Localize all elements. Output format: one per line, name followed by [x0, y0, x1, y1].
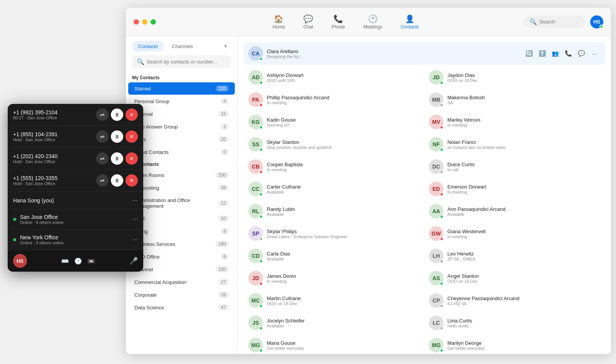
history-icon[interactable]: 🕐: [74, 257, 82, 265]
tab-phone[interactable]: 📞 Phone: [324, 12, 353, 32]
list-item[interactable]: MG Maria Gouse Get better everyday: [244, 334, 424, 354]
contact-avatar: AS: [429, 271, 444, 286]
end-btn-3[interactable]: ✕: [126, 152, 138, 165]
list-item[interactable]: AA Ann Passaquindici Arcand Available: [424, 200, 605, 222]
list-item[interactable]: KG Kadin Gouse zooming in!!: [244, 111, 424, 133]
contacts-icon: 👤: [405, 14, 415, 23]
action-transfer[interactable]: ⬆️: [536, 48, 548, 59]
user-avatar[interactable]: HS: [590, 15, 603, 28]
contact-info: Dulce Curtis In call: [447, 162, 600, 172]
list-item[interactable]: DC Dulce Curtis In call: [424, 155, 605, 178]
end-btn-1[interactable]: ✕: [126, 109, 138, 121]
contact-avatar: CP: [429, 293, 444, 308]
list-item[interactable]: PA Phillip Passaquindici Arcand In meeti…: [244, 88, 424, 111]
list-item[interactable]: GW Giana Westervelt In meeting: [424, 222, 605, 245]
list-item[interactable]: ED Emerson Dorwart In meeting: [424, 178, 605, 200]
dialpad-icon[interactable]: ⌨️: [61, 257, 69, 265]
tab-chat[interactable]: 💬 Chat: [296, 12, 321, 32]
sidebar-item-billing[interactable]: Billing 8: [128, 225, 235, 237]
pause-btn-3[interactable]: ⏸: [111, 152, 123, 165]
sidebar-item-bdr[interactable]: BDR 10: [128, 212, 235, 225]
you-name: Hana Song (you): [13, 197, 129, 204]
channel-name-ny: New York Office: [20, 234, 64, 240]
status-dot: [259, 170, 263, 174]
sidebar-item-starred[interactable]: Starred 220: [128, 82, 235, 95]
pause-btn-2[interactable]: ⏸: [111, 130, 123, 143]
tab-contacts-sidebar[interactable]: Contacts: [132, 41, 164, 52]
action-chat[interactable]: 💬: [576, 48, 587, 59]
list-item[interactable]: JD Jaydon Dias OOO on 18 Dec: [424, 66, 605, 88]
new-york-channel[interactable]: New York Office Online · 4 others online…: [8, 230, 143, 250]
list-item[interactable]: RL Randy Lubin Available: [244, 200, 424, 222]
transfer-btn-2[interactable]: ⇌: [96, 130, 109, 143]
list-item[interactable]: LH Leo Herwitz ZP SE - EMEA: [424, 245, 605, 267]
list-item[interactable]: MC Martin Culhane OOO on 18 Dec: [244, 289, 424, 312]
transfer-btn-3[interactable]: ⇌: [96, 152, 109, 165]
sidebar-item-admin[interactable]: Administration and Office Management 12: [128, 194, 235, 212]
bottom-icons: ⌨️ 🕐 📼: [32, 257, 125, 265]
channel-more-ny[interactable]: ···: [133, 236, 138, 243]
sidebar-item-external[interactable]: External 15: [128, 108, 235, 120]
list-item[interactable]: MG Marilyn George Get better everyday: [424, 334, 605, 354]
pause-btn-1[interactable]: ⏸: [111, 109, 123, 121]
call-number-4: +1 (555) 120-3355: [13, 175, 93, 181]
channel-more-sj[interactable]: ···: [133, 216, 138, 223]
sidebar-item-cloud[interactable]: Cloud Contacts 0: [128, 146, 235, 158]
list-item[interactable]: MB Makenna Botosh SA: [424, 88, 605, 111]
list-item[interactable]: JD James Donin In meeting: [244, 267, 424, 289]
action-refresh[interactable]: 🔄: [523, 48, 535, 59]
tab-channels-sidebar[interactable]: Channels: [166, 41, 199, 52]
sidebar-item-personal[interactable]: Personal Group 4: [128, 95, 235, 107]
list-item[interactable]: AD Ashlynn Dorwart OOO until 10/5: [244, 66, 424, 88]
tab-home[interactable]: 🏠 Home: [265, 12, 293, 32]
sidebar-item-commercial[interactable]: Commercial Acquisition 27: [128, 276, 235, 288]
highlighted-contact[interactable]: CA Clara Arellano Designing the fut... 🔄…: [244, 42, 605, 65]
voicemail-icon[interactable]: 📼: [87, 257, 95, 265]
list-item[interactable]: JS Jocelyn Schleifer Available: [244, 312, 424, 334]
pause-btn-4[interactable]: ⏸: [111, 174, 123, 187]
list-item[interactable]: CD Carla Dias Available: [244, 245, 424, 267]
list-item[interactable]: AS Angel Stanton OOO on 18 Dec: [424, 267, 605, 289]
contacts-search-input[interactable]: [147, 59, 226, 65]
contacts-search-inner[interactable]: 🔍: [132, 55, 231, 68]
transfer-btn-1[interactable]: ⇌: [96, 109, 109, 121]
sidebar-item-auto-answer[interactable]: Auto Answer Group 1: [128, 120, 235, 133]
action-group[interactable]: 👥: [549, 48, 561, 59]
tab-contacts[interactable]: 👤 Contacts: [393, 12, 427, 32]
list-item[interactable]: CP Cheyenne Passaquindici Arcand SJ-HQ S…: [424, 289, 605, 312]
transfer-btn-4[interactable]: ⇌: [96, 174, 109, 187]
list-item[interactable]: CB Cooper Baptista In meeting: [244, 155, 424, 178]
action-phone[interactable]: 📞: [562, 48, 574, 59]
channel-status-sj: Online · 4 others online: [20, 220, 64, 225]
sidebar-item-data-science[interactable]: Data Science 47: [128, 301, 235, 314]
tab-meetings[interactable]: 🕐 Meetings: [356, 12, 390, 32]
minimize-btn[interactable]: [142, 19, 147, 25]
sidebar-item-corporate[interactable]: Corporate 16: [128, 289, 235, 301]
list-item[interactable]: MV Marley Vetrovs In meeting: [424, 111, 605, 133]
contact-avatar: AD: [248, 70, 263, 85]
contact-avatar: RL: [248, 204, 263, 219]
contact-avatar: MV: [429, 115, 444, 129]
list-item[interactable]: LC Livia Curtis Hello world...: [424, 312, 605, 334]
san-jose-channel[interactable]: San Jose Office Online · 4 others online…: [8, 209, 143, 230]
list-item[interactable]: CC Carter Culhane Available: [244, 178, 424, 200]
list-item[interactable]: SP Skylar Philips Great Lakes - Enterpri…: [244, 222, 424, 245]
maximize-btn[interactable]: [151, 19, 156, 25]
global-search-input[interactable]: [539, 19, 580, 25]
mic-icon[interactable]: 🎤: [129, 257, 138, 265]
global-search-bar[interactable]: 🔍: [524, 16, 586, 28]
sidebar-item-apps[interactable]: Apps 20: [128, 133, 235, 145]
sidebar-item-channel[interactable]: Channel 100: [128, 263, 235, 276]
end-btn-2[interactable]: ✕: [126, 130, 138, 143]
list-item[interactable]: SS Skylar Stanton Stay positive, humble …: [244, 133, 424, 155]
close-btn[interactable]: [134, 19, 139, 25]
you-more-btn[interactable]: ···: [132, 196, 138, 204]
end-btn-4[interactable]: ✕: [126, 174, 138, 187]
add-contact-button[interactable]: +: [220, 41, 231, 52]
sidebar-item-ceo[interactable]: CEO Office 6: [128, 250, 235, 263]
sidebar-item-accounting[interactable]: Accounting 38: [128, 182, 235, 194]
list-item[interactable]: NF Nolan Franci on hotspot atm so limite…: [424, 133, 605, 155]
sidebar-item-business[interactable]: Business Services 180: [128, 238, 235, 250]
action-more[interactable]: ···: [589, 48, 600, 59]
sidebar-item-zoom-rooms[interactable]: Zoom Rooms 200: [128, 169, 235, 181]
